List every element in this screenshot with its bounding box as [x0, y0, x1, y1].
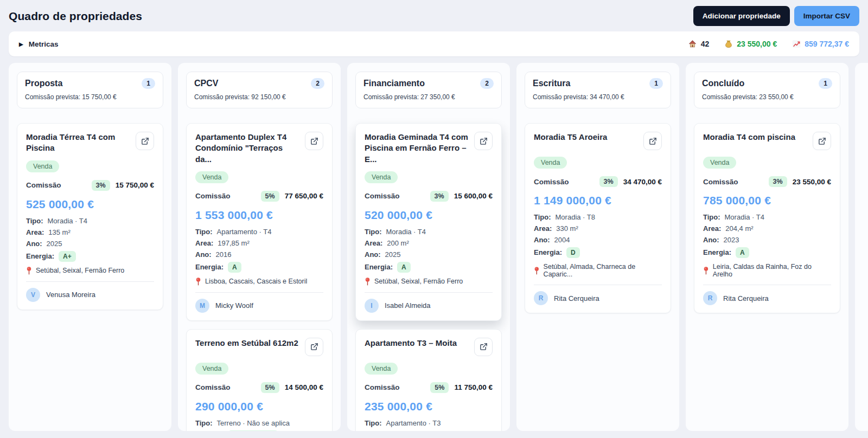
agent-avatar: V — [26, 288, 40, 302]
detail-row: Ano: 2016 — [195, 250, 323, 259]
open-property-button[interactable] — [305, 132, 323, 150]
column-subtitle: Comissão prevista: 27 350,00 € — [363, 93, 494, 101]
map-pin-icon — [534, 267, 540, 275]
commission-pct-badge: 5% — [261, 191, 279, 202]
commission-pct-badge: 3% — [599, 176, 618, 187]
listing-type-badge: Venda — [26, 160, 59, 172]
commission-label: Comissão — [703, 178, 738, 186]
card-footer: V Venusa Moreira — [26, 288, 154, 302]
commission-label: Comissão — [534, 178, 569, 186]
column-subtitle: Comissão prevista: 92 150,00 € — [194, 93, 324, 101]
detail-value: 330 m² — [556, 224, 578, 233]
location-row: Setúbal, Almada, Charneca de Caparic... — [534, 263, 662, 278]
energy-rating-badge: A — [397, 262, 411, 273]
detail-label: Area: — [703, 224, 721, 233]
detail-value: 135 m² — [48, 228, 70, 236]
card-title: Moradia Térrea T4 com Piscina — [26, 132, 130, 154]
property-card[interactable]: Moradia Térrea T4 com Piscina Venda Comi… — [17, 123, 163, 310]
import-csv-button[interactable]: Importar CSV — [794, 6, 859, 26]
open-property-button[interactable] — [305, 338, 323, 356]
detail-label: Ano: — [365, 250, 381, 259]
detail-label: Area: — [195, 239, 213, 247]
detail-row: Area: 135 m² — [26, 228, 154, 236]
agent-name: Micky Woolf — [215, 301, 253, 310]
column-count-badge: 1 — [819, 78, 832, 89]
agent-name: Rita Cerqueira — [723, 294, 769, 302]
listing-type-badge: Venda — [195, 363, 228, 375]
card-title: Moradia T5 Aroeira — [534, 132, 607, 143]
property-card[interactable]: Apartamento T3 – Moita Venda Comissão 5%… — [355, 329, 502, 431]
stat-properties-value: 42 — [701, 40, 710, 48]
detail-value: Apartamento · T4 — [217, 228, 272, 236]
commission-value: 15 600,00 € — [454, 192, 493, 200]
card-details: Tipo: Apartamento · T4 Area: 197,85 m² A… — [195, 228, 323, 273]
agent-avatar: M — [195, 299, 209, 313]
commission-value: 11 750,00 € — [454, 383, 493, 391]
column-count-badge: 1 — [142, 78, 155, 89]
column-cards: Moradia T4 com piscina Venda Comissão 3%… — [694, 123, 840, 313]
property-card[interactable]: Terreno em Setúbal 612m2 Venda Comissão … — [186, 329, 333, 431]
column-cards: Apartamento Duplex T4 Condomínio "Terraç… — [186, 123, 333, 431]
app-header: Quadro de propriedades Adicionar proprie… — [0, 0, 868, 31]
agent-name: Isabel Almeida — [385, 301, 431, 310]
property-card[interactable]: Moradia T5 Aroeira Venda Comissão 3% 34 … — [525, 123, 671, 313]
open-property-button[interactable] — [813, 132, 831, 150]
detail-label: Ano: — [703, 236, 719, 244]
metrics-toggle[interactable]: ▶ Metricas — [19, 40, 58, 48]
detail-row: Tipo: Moradia · T8 — [534, 213, 662, 221]
card-divider — [703, 285, 831, 285]
commission-label: Comissão — [195, 383, 231, 391]
detail-label: Tipo: — [195, 228, 213, 236]
energy-label: Energia: — [26, 252, 54, 260]
open-property-button[interactable] — [474, 132, 493, 150]
column-name: Concluído — [702, 79, 744, 88]
detail-label: Ano: — [195, 250, 212, 259]
open-property-button[interactable] — [474, 338, 493, 356]
card-details: Tipo: Moradia · T4 Area: 135 m² Ano: 202… — [26, 217, 154, 262]
energy-row: Energia: A+ — [26, 251, 154, 262]
detail-label: Tipo: — [534, 213, 551, 221]
energy-row: Energia: A — [195, 262, 323, 273]
property-card[interactable]: Moradia T4 com piscina Venda Comissão 3%… — [694, 123, 840, 313]
card-details: Tipo: Terreno · Não se aplica Energia: N… — [195, 419, 323, 431]
add-property-button[interactable]: Adicionar propriedade — [693, 6, 790, 26]
column-cards: Moradia Geminada T4 com Piscina em Fernã… — [355, 123, 502, 431]
property-card[interactable]: Moradia Geminada T4 com Piscina em Fernã… — [355, 123, 502, 321]
detail-row: Tipo: Terreno · Não se aplica — [195, 419, 323, 427]
energy-label: Energia: — [534, 248, 562, 256]
column-name: CPCV — [194, 79, 218, 88]
card-details: Tipo: Moradia · T4 Area: 200 m² Ano: 202… — [365, 228, 493, 273]
house-icon — [688, 40, 697, 49]
energy-row: Energia: A — [365, 262, 493, 273]
column-name: Escritura — [533, 79, 570, 88]
detail-label: Tipo: — [703, 213, 720, 221]
property-price: 1 553 000,00 € — [195, 209, 323, 222]
detail-value: 2023 — [724, 236, 739, 244]
commission-pct-badge: 3% — [769, 176, 787, 187]
column-header: Concluído 1 Comissão prevista: 23 550,00… — [694, 72, 840, 108]
commission-row: Comissão 5% 14 500,00 € — [195, 382, 323, 393]
listing-type-badge: Venda — [703, 157, 736, 169]
commission-label: Comissão — [365, 383, 400, 391]
column-name: Financiamento — [363, 79, 425, 88]
card-divider — [26, 281, 154, 282]
location-row: Leiria, Caldas da Rainha, Foz do Arelho — [703, 263, 831, 278]
column-header: Escritura 1 Comissão prevista: 34 470,00… — [525, 72, 671, 108]
external-link-icon — [310, 137, 318, 145]
money-bag-icon — [724, 40, 733, 48]
open-property-button[interactable] — [643, 132, 662, 150]
detail-label: Area: — [534, 224, 552, 233]
detail-value: 94,93 m² — [387, 430, 414, 431]
kanban-column: Financiamento 2 Comissão prevista: 27 35… — [347, 63, 510, 431]
commission-label: Comissão — [365, 192, 400, 200]
card-divider — [195, 292, 323, 293]
detail-value: Apartamento · T3 — [386, 419, 441, 427]
detail-value: 2016 — [216, 250, 232, 259]
open-property-button[interactable] — [136, 132, 154, 150]
agent-avatar: R — [534, 291, 548, 305]
detail-label: Tipo: — [365, 228, 382, 236]
commission-pct-badge: 5% — [261, 382, 279, 393]
property-card[interactable]: Apartamento Duplex T4 Condomínio "Terraç… — [186, 123, 333, 321]
card-footer: R Rita Cerqueira — [534, 291, 662, 305]
property-price: 290 000,00 € — [195, 400, 323, 413]
